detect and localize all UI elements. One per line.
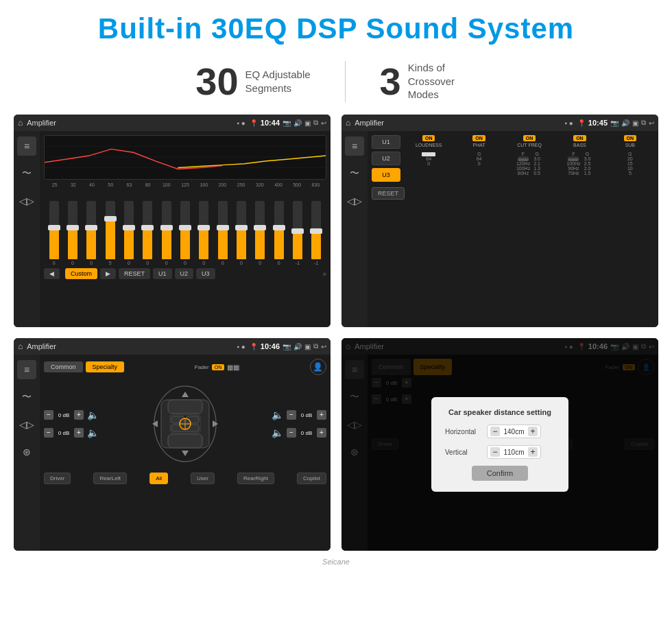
u3-preset[interactable]: U3 <box>372 168 400 182</box>
slider-14[interactable]: -1 <box>289 201 306 265</box>
copilot-btn[interactable]: Copilot <box>297 473 326 484</box>
sub-toggle[interactable]: ON <box>624 135 637 141</box>
slider-track-1[interactable] <box>49 201 59 259</box>
sidebar-wave-icon-3[interactable]: 〜 <box>17 387 36 407</box>
next-btn[interactable]: ▶ <box>100 268 116 279</box>
slider-11[interactable]: 0 <box>232 201 250 265</box>
custom-preset[interactable]: Custom <box>65 268 97 279</box>
slider-thumb-3[interactable] <box>85 225 97 230</box>
vertical-plus[interactable]: + <box>528 447 538 457</box>
db-plus-3[interactable]: + <box>317 410 326 420</box>
back-icon[interactable]: ↩ <box>321 119 326 127</box>
db-minus-3[interactable]: − <box>287 410 296 420</box>
all-btn[interactable]: All <box>149 473 168 484</box>
phat-toggle[interactable]: ON <box>472 135 485 141</box>
slider-thumb-7[interactable] <box>160 225 173 230</box>
slider-track-2[interactable] <box>68 201 77 259</box>
rear-right-btn[interactable]: RearRight <box>237 473 274 484</box>
reset-btn-1[interactable]: RESET <box>119 268 150 279</box>
bass-toggle[interactable]: ON <box>573 135 586 141</box>
slider-7[interactable]: 0 <box>158 201 175 265</box>
home-icon-3[interactable]: ⌂ <box>18 342 23 351</box>
confirm-button[interactable]: Confirm <box>472 466 529 481</box>
loudness-toggle[interactable]: ON <box>422 135 435 141</box>
slider-thumb-1[interactable] <box>48 225 60 230</box>
fader-toggle[interactable]: ON <box>212 364 225 370</box>
slider-9[interactable]: 0 <box>195 201 213 265</box>
specialty-tab[interactable]: Specialty <box>86 361 125 372</box>
db-minus-4[interactable]: − <box>287 428 296 438</box>
sidebar-wave-icon-2[interactable]: 〜 <box>345 164 364 183</box>
vertical-minus[interactable]: − <box>490 447 500 457</box>
slider-track-8[interactable] <box>180 201 190 259</box>
slider-track-15[interactable] <box>311 201 321 259</box>
slider-thumb-5[interactable] <box>123 225 135 230</box>
sidebar-eq-icon-3[interactable]: ≡ <box>17 360 36 379</box>
slider-10[interactable]: 0 <box>214 201 231 265</box>
reset-btn-2[interactable]: RESET <box>372 187 405 200</box>
prev-btn[interactable]: ◀ <box>44 268 60 279</box>
home-icon-2[interactable]: ⌂ <box>346 118 350 128</box>
slider-thumb-14[interactable] <box>291 228 304 234</box>
sidebar-eq-icon-2[interactable]: ≡ <box>345 136 364 156</box>
horizontal-minus[interactable]: − <box>490 427 500 436</box>
sidebar-vol-icon-2[interactable]: ◁▷ <box>345 191 364 211</box>
rear-left-btn[interactable]: RearLeft <box>93 473 127 484</box>
slider-thumb-9[interactable] <box>197 225 210 230</box>
slider-2[interactable]: 0 <box>64 201 81 265</box>
slider-track-5[interactable] <box>124 201 134 259</box>
u1-btn-1[interactable]: U1 <box>153 268 172 279</box>
u2-preset[interactable]: U2 <box>372 152 400 165</box>
slider-13[interactable]: 0 <box>270 201 287 265</box>
driver-btn[interactable]: Driver <box>44 473 71 484</box>
cutfreq-toggle[interactable]: ON <box>523 135 536 141</box>
slider-track-9[interactable] <box>199 201 208 259</box>
sidebar-eq-icon[interactable]: ≡ <box>17 136 36 156</box>
db-plus-2[interactable]: + <box>74 428 84 438</box>
bass-slider-f[interactable] <box>568 156 579 161</box>
db-plus-1[interactable]: + <box>74 410 84 420</box>
user-btn[interactable]: User <box>191 473 215 484</box>
slider-thumb-10[interactable] <box>217 225 229 230</box>
slider-track-6[interactable] <box>143 201 152 259</box>
back-icon-3[interactable]: ↩ <box>321 343 326 350</box>
back-icon-2[interactable]: ↩ <box>649 119 654 127</box>
cutfreq-slider-f[interactable] <box>518 156 529 161</box>
slider-thumb-15[interactable] <box>310 228 322 234</box>
sidebar-vol-icon-3[interactable]: ◁▷ <box>17 415 36 434</box>
slider-track-12[interactable] <box>255 201 265 259</box>
db-minus-2[interactable]: − <box>44 428 53 438</box>
slider-thumb-12[interactable] <box>254 225 266 230</box>
slider-thumb-4[interactable] <box>104 216 117 222</box>
slider-6[interactable]: 0 <box>139 201 156 265</box>
slider-thumb-2[interactable] <box>67 225 79 230</box>
slider-thumb-11[interactable] <box>235 225 248 230</box>
loudness-thumb[interactable] <box>422 152 435 156</box>
slider-track-3[interactable] <box>86 201 96 259</box>
slider-thumb-8[interactable] <box>179 225 191 230</box>
slider-15[interactable]: -1 <box>308 201 325 265</box>
home-icon[interactable]: ⌂ <box>18 118 23 128</box>
slider-1[interactable]: 0 <box>45 201 62 265</box>
slider-track-7[interactable] <box>162 201 171 259</box>
slider-3[interactable]: 0 <box>83 201 100 265</box>
slider-thumb-13[interactable] <box>273 225 285 230</box>
u3-btn-1[interactable]: U3 <box>196 268 215 279</box>
db-minus-1[interactable]: − <box>44 410 53 420</box>
slider-track-13[interactable] <box>274 201 284 259</box>
horizontal-plus[interactable]: + <box>528 427 538 436</box>
slider-track-11[interactable] <box>237 201 246 259</box>
slider-12[interactable]: 0 <box>252 201 269 265</box>
common-tab[interactable]: Common <box>44 361 83 372</box>
sidebar-vol-icon[interactable]: ◁▷ <box>17 191 36 211</box>
slider-track-10[interactable] <box>218 201 228 259</box>
slider-track-14[interactable] <box>293 201 302 259</box>
db-plus-4[interactable]: + <box>317 428 326 438</box>
slider-track-4[interactable] <box>106 201 115 259</box>
slider-8[interactable]: 0 <box>176 201 193 265</box>
sidebar-bt-icon[interactable]: ⊛ <box>17 442 36 462</box>
slider-4[interactable]: 5 <box>101 201 119 265</box>
sidebar-wave-icon[interactable]: 〜 <box>17 164 36 183</box>
fader-slider[interactable]: ▦▦ <box>227 363 239 371</box>
slider-5[interactable]: 0 <box>120 201 137 265</box>
